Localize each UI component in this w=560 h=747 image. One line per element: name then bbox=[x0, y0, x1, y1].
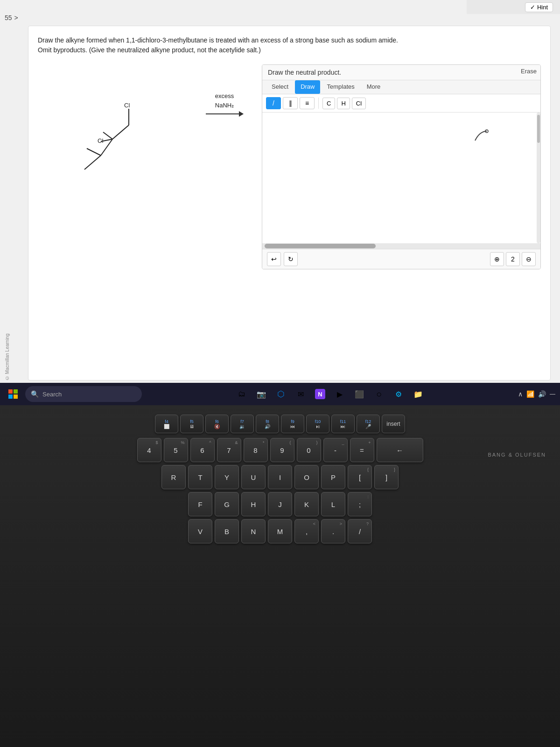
key-backspace[interactable]: ← bbox=[377, 438, 423, 462]
atom-hydrogen[interactable]: H bbox=[337, 98, 350, 109]
key-i[interactable]: I bbox=[268, 465, 292, 489]
key-t[interactable]: T bbox=[188, 465, 212, 489]
drawn-molecule-svg bbox=[466, 122, 494, 150]
key-dollar-4[interactable]: $ 4 bbox=[137, 438, 161, 462]
taskbar: 🔍 Search 🗂 📷 ⬡ ✉ N ▶ ⬛ ○ ⚙ 📁 bbox=[0, 383, 560, 405]
taskbar-app-mail[interactable]: ✉ bbox=[292, 386, 309, 402]
undo-button[interactable]: ↩ bbox=[267, 252, 281, 266]
tab-templates[interactable]: Templates bbox=[321, 80, 360, 94]
key-o[interactable]: O bbox=[294, 465, 319, 489]
atom-chlorine[interactable]: Cl bbox=[352, 98, 366, 109]
taskbar-app-notepad[interactable]: N bbox=[312, 386, 329, 402]
camera-icon: 📷 bbox=[257, 390, 266, 399]
key-minus[interactable]: _ - bbox=[323, 438, 348, 462]
taskbar-app-circle[interactable]: ○ bbox=[371, 386, 387, 402]
key-semicolon[interactable]: : ; bbox=[348, 492, 372, 516]
taskbar-search[interactable]: 🔍 Search bbox=[25, 386, 142, 402]
taskbar-app-settings[interactable]: ⚙ bbox=[390, 386, 407, 402]
key-f10[interactable]: f10⏯ bbox=[306, 415, 329, 433]
key-f4[interactable]: f4⬜ bbox=[155, 415, 178, 433]
taskbar-app-edge[interactable]: ⬡ bbox=[273, 386, 289, 402]
draw-tabs: Select Draw Templates More Erase bbox=[262, 80, 540, 94]
key-l[interactable]: L bbox=[321, 492, 345, 516]
key-v[interactable]: V bbox=[188, 519, 212, 543]
draw-horizontal-scrollbar[interactable] bbox=[262, 243, 540, 249]
molecule-area: Cl Cl bbox=[38, 64, 187, 186]
svg-line-3 bbox=[112, 125, 129, 139]
sound-icon[interactable]: 🔊 bbox=[538, 390, 546, 398]
key-f9[interactable]: f9⏮ bbox=[281, 415, 304, 433]
key-m[interactable]: M bbox=[268, 519, 292, 543]
draw-vertical-scrollbar[interactable] bbox=[537, 113, 540, 243]
atom-carbon[interactable]: C bbox=[322, 98, 335, 109]
zoom-reset-button[interactable]: 2 bbox=[506, 252, 520, 266]
key-percent-5[interactable]: % 5 bbox=[164, 438, 188, 462]
key-slash[interactable]: ? / bbox=[348, 519, 372, 543]
wifi-icon[interactable]: 📶 bbox=[526, 390, 534, 398]
redo-button[interactable]: ↻ bbox=[284, 252, 298, 266]
key-rbrace[interactable]: } ] bbox=[374, 465, 399, 489]
tab-draw[interactable]: Draw bbox=[295, 80, 320, 94]
tab-more[interactable]: More bbox=[361, 80, 386, 94]
zoom-in-button[interactable]: ⊕ bbox=[490, 252, 504, 266]
zoom-out-button[interactable]: ⊖ bbox=[522, 252, 536, 266]
hint-checkbox: ✓ bbox=[530, 4, 535, 11]
key-f5[interactable]: f5🖥 bbox=[180, 415, 203, 433]
key-comma[interactable]: < , bbox=[294, 519, 319, 543]
taskbar-app-folder[interactable]: 📁 bbox=[410, 386, 427, 402]
key-period[interactable]: > . bbox=[321, 519, 345, 543]
key-f7[interactable]: f7🔉 bbox=[231, 415, 254, 433]
key-lbrace[interactable]: { [ bbox=[348, 465, 372, 489]
tab-select[interactable]: Select bbox=[266, 80, 294, 94]
key-amp-7[interactable]: & 7 bbox=[217, 438, 241, 462]
tool-double-bond[interactable]: ∥ bbox=[283, 97, 298, 109]
expand-icon[interactable]: ∧ bbox=[518, 390, 523, 398]
key-b[interactable]: B bbox=[215, 519, 239, 543]
erase-button[interactable]: Erase bbox=[521, 68, 537, 75]
draw-canvas-inner[interactable] bbox=[262, 113, 540, 243]
hint-label: Hint bbox=[537, 4, 548, 11]
key-caret-6[interactable]: ^ 6 bbox=[190, 438, 215, 462]
tool-single-bond[interactable]: / bbox=[266, 97, 281, 109]
key-plus-eq[interactable]: + = bbox=[350, 438, 374, 462]
windows-start-button[interactable] bbox=[5, 386, 21, 402]
tool-triple-bond[interactable]: ≡ bbox=[300, 97, 315, 109]
taskbar-app-photos[interactable]: ⬛ bbox=[351, 386, 368, 402]
draw-panel: Draw the neutral product. Select Draw Te… bbox=[262, 64, 541, 269]
key-star-8[interactable]: * 8 bbox=[244, 438, 268, 462]
key-lparen-9[interactable]: ( 9 bbox=[270, 438, 294, 462]
media-icon: ▶ bbox=[337, 390, 343, 399]
svg-text:Cl: Cl bbox=[124, 102, 130, 109]
key-f11[interactable]: f11⏭ bbox=[331, 415, 355, 433]
key-u[interactable]: U bbox=[241, 465, 266, 489]
key-n[interactable]: N bbox=[241, 519, 266, 543]
key-insert[interactable]: insert bbox=[382, 415, 405, 433]
taskbar-app-camera[interactable]: 📷 bbox=[253, 386, 270, 402]
key-f6[interactable]: f6🔇 bbox=[205, 415, 229, 433]
svg-line-8 bbox=[103, 132, 112, 139]
key-g[interactable]: G bbox=[215, 492, 239, 516]
fghjkl-row: F G H J K L : ; bbox=[188, 492, 372, 516]
key-h[interactable]: H bbox=[241, 492, 266, 516]
key-f12[interactable]: f12🎤 bbox=[357, 415, 380, 433]
key-f[interactable]: F bbox=[188, 492, 212, 516]
key-r[interactable]: R bbox=[161, 465, 186, 489]
vbnm-row: V B N M < , > . ? / bbox=[188, 519, 372, 543]
draw-canvas[interactable] bbox=[262, 113, 540, 243]
hint-button[interactable]: ✓ Hint bbox=[525, 2, 553, 12]
key-j[interactable]: J bbox=[268, 492, 292, 516]
key-rparen-0[interactable]: ) 0 bbox=[297, 438, 321, 462]
draw-instruction: Draw the neutral product. bbox=[262, 65, 540, 80]
breadcrumb: 55 > bbox=[5, 14, 18, 21]
key-y[interactable]: Y bbox=[215, 465, 239, 489]
key-k[interactable]: K bbox=[294, 492, 319, 516]
taskbar-app-media[interactable]: ▶ bbox=[331, 386, 348, 402]
bang-olufsen-label: BANG & OLUFSEN bbox=[488, 452, 546, 458]
taskbar-app-file-explorer[interactable]: 🗂 bbox=[233, 386, 250, 402]
taskbar-apps: 🗂 📷 ⬡ ✉ N ▶ ⬛ ○ ⚙ 📁 bbox=[146, 386, 514, 402]
file-explorer-icon: 🗂 bbox=[238, 390, 245, 398]
question-text: Draw the alkyne formed when 1,1-dichloro… bbox=[38, 35, 541, 55]
key-f8[interactable]: f8🔊 bbox=[256, 415, 279, 433]
key-p[interactable]: P bbox=[321, 465, 345, 489]
win-logo-yellow bbox=[14, 395, 18, 399]
